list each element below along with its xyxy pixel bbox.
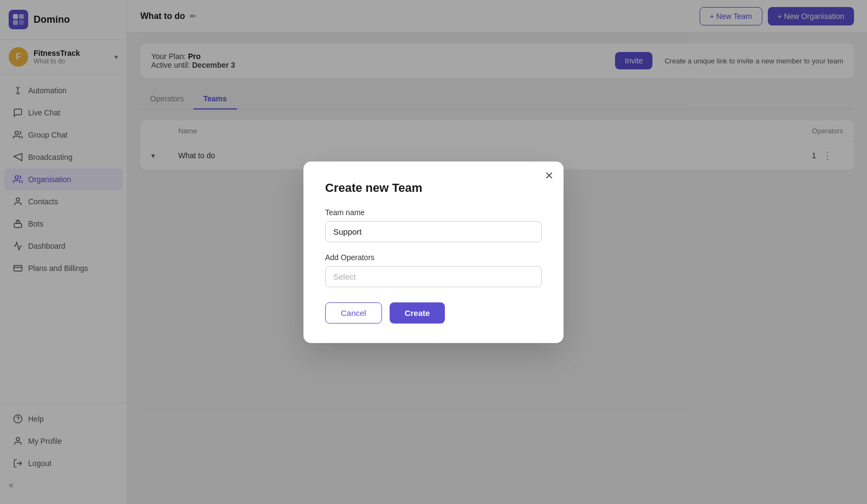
modal-close-button[interactable]: ✕ [545, 170, 554, 181]
team-name-label: Team name [325, 208, 542, 217]
modal-title: Create new Team [325, 181, 542, 195]
add-operators-label: Add Operators [325, 253, 542, 262]
cancel-button[interactable]: Cancel [325, 302, 382, 324]
modal-actions: Cancel Create [325, 302, 542, 324]
create-team-modal: ✕ Create new Team Team name Add Operator… [303, 161, 564, 343]
add-operators-select[interactable]: Select [325, 266, 542, 287]
create-button[interactable]: Create [390, 302, 445, 324]
modal-overlay[interactable]: ✕ Create new Team Team name Add Operator… [0, 0, 867, 504]
team-name-input[interactable] [325, 221, 542, 242]
